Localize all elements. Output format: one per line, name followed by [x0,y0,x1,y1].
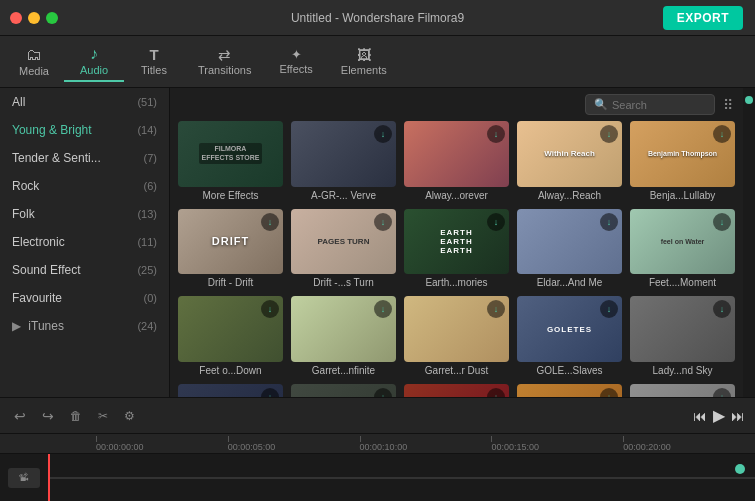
redo-button[interactable]: ↪ [38,406,58,426]
effects-store-text: FILMORAEFFECTS STORE [199,143,263,164]
nav-tabs: 🗂 Media ♪ Audio T Titles ⇄ Transitions ✦… [0,36,755,88]
toolbar-right: ⏮ ▶ ⏭ [693,406,745,425]
grid-item-label: Feet o...Down [178,365,283,376]
grid-item-label: Lady...nd Sky [630,365,735,376]
ruler-mark-3: 00:00:15:00 [491,436,623,452]
search-box[interactable]: 🔍 [585,94,715,115]
download-icon: ↓ [600,388,618,397]
download-icon: ↓ [487,213,505,231]
sidebar-item-electronic[interactable]: Electronic (11) [0,228,169,256]
download-icon: ↓ [261,213,279,231]
thumb-row4c3: ↓ [404,384,509,397]
list-item[interactable]: PAGES TURN ↓ Drift -...s Turn [291,209,396,289]
list-item[interactable]: DRIFT ↓ Drift - Drift [178,209,283,289]
sidebar-item-all[interactable]: All (51) [0,88,169,116]
download-icon: ↓ [600,300,618,318]
sidebar-item-rock[interactable]: Rock (6) [0,172,169,200]
list-item[interactable]: EARTHEARTHEARTH ↓ Earth...mories [404,209,509,289]
sidebar-count-tender: (7) [144,152,157,164]
thumb-verve: ↓ [291,121,396,187]
media-icon: 🗂 [26,47,42,63]
download-icon: ↓ [713,388,731,397]
thumb-game: GAME OF THE ↓ [291,384,396,397]
grid-view-icon[interactable]: ⠿ [723,97,733,113]
tab-elements-label: Elements [341,64,387,76]
undo-button[interactable]: ↩ [10,406,30,426]
close-button[interactable] [10,12,22,24]
list-item[interactable]: ADVENTURE ↓ Liveac...nture [517,384,622,397]
list-item[interactable]: FILMORAEFFECTS STORE More Effects [178,121,283,201]
thumb-garrett-dust: ↓ [404,296,509,362]
thumb-pagesturn: PAGES TURN ↓ [291,209,396,275]
download-icon: ↓ [713,125,731,143]
sidebar-label-young-bright: Young & Bright [12,123,92,137]
list-item[interactable]: ↓ Alway...orever [404,121,509,201]
grid-toolbar: 🔍 ⠿ [170,88,743,121]
tab-effects[interactable]: ✦ Effects [265,44,326,79]
maximize-button[interactable] [46,12,58,24]
tab-titles[interactable]: T Titles [124,43,184,80]
download-icon: ↓ [261,388,279,397]
delete-button[interactable]: 🗑 [66,407,86,425]
list-item[interactable]: GAME OF THE ↓ Light...r Turn... [291,384,396,397]
tab-transitions[interactable]: ⇄ Transitions [184,43,265,80]
timeline: 00:00:00:00 00:00:05:00 00:00:10:00 00:0… [0,434,755,501]
tab-effects-label: Effects [279,63,312,75]
list-item[interactable]: ↓ Garret...nfinite [291,296,396,376]
thumb-little: Little Magic ↓ [630,384,735,397]
timeline-track-line [48,477,755,479]
thumb-gole: GOLETES ↓ [517,296,622,362]
bottom-toolbar: ↩ ↪ 🗑 ✂ ⚙ ⏮ ▶ ⏭ [0,398,755,434]
prev-frame-button[interactable]: ⏮ [693,408,707,424]
list-item[interactable]: LIGHT YEARS ↓ Light...r Effe... [178,384,283,397]
grid-item-label: Eldar...And Me [517,277,622,288]
sidebar-item-sound-effect[interactable]: Sound Effect (25) [0,256,169,284]
tab-media[interactable]: 🗂 Media [4,43,64,81]
sidebar-item-itunes[interactable]: ▶ iTunes (24) [0,312,169,340]
tab-elements[interactable]: 🖼 Elements [327,44,401,80]
list-item[interactable]: ↓ Lightn...Feelin... [404,384,509,397]
tab-transitions-label: Transitions [198,64,251,76]
list-item[interactable]: Benjamin Thompson ↓ Benja...Lullaby [630,121,735,201]
download-icon: ↓ [374,213,392,231]
ruler-label: 00:00:15:00 [491,442,539,452]
thumb-text: DRIFT [212,235,249,247]
list-item[interactable]: ↓ Garret...r Dust [404,296,509,376]
sidebar-item-young-bright[interactable]: Young & Bright (14) [0,116,169,144]
sidebar-item-favourite[interactable]: Favourite (0) [0,284,169,312]
download-icon: ↓ [600,213,618,231]
list-item[interactable]: feel on Water ↓ Feet....Moment [630,209,735,289]
minimize-button[interactable] [28,12,40,24]
scrollbar[interactable] [743,88,755,397]
next-frame-button[interactable]: ⏭ [731,408,745,424]
export-button[interactable]: EXPORT [663,6,743,30]
list-item[interactable]: ↓ Feet o...Down [178,296,283,376]
thumb-adventure: ADVENTURE ↓ [517,384,622,397]
ruler-mark-4: 00:00:20:00 [623,436,755,452]
grid-item-label: Drift - Drift [178,277,283,288]
timeline-cursor [48,454,50,501]
list-item[interactable]: Little Magic ↓ Little...r Fallin... [630,384,735,397]
cut-button[interactable]: ✂ [94,407,112,425]
grid-scroll[interactable]: FILMORAEFFECTS STORE More Effects ↓ A-GR… [170,121,743,397]
sidebar-item-folk[interactable]: Folk (13) [0,200,169,228]
list-item[interactable]: GOLETES ↓ GOLE...Slaves [517,296,622,376]
tab-audio[interactable]: ♪ Audio [64,42,124,82]
tab-titles-label: Titles [141,64,167,76]
search-input[interactable] [612,99,706,111]
play-button[interactable]: ▶ [713,406,725,425]
sidebar-count-folk: (13) [137,208,157,220]
sidebar-count-itunes: (24) [137,320,157,332]
list-item[interactable]: ↓ Lady...nd Sky [630,296,735,376]
list-item[interactable]: Within Reach ↓ Alway...Reach [517,121,622,201]
sidebar-count-rock: (6) [144,180,157,192]
sidebar-item-tender[interactable]: Tender & Senti... (7) [0,144,169,172]
window-title: Untitled - Wondershare Filmora9 [291,11,464,25]
ruler-mark-1: 00:00:05:00 [228,436,360,452]
adjust-button[interactable]: ⚙ [120,407,139,425]
ruler-label: 00:00:10:00 [360,442,408,452]
list-item[interactable]: ↓ Eldar...And Me [517,209,622,289]
thumb-lady: ↓ [630,296,735,362]
download-icon: ↓ [487,388,505,397]
list-item[interactable]: ↓ A-GR-... Verve [291,121,396,201]
